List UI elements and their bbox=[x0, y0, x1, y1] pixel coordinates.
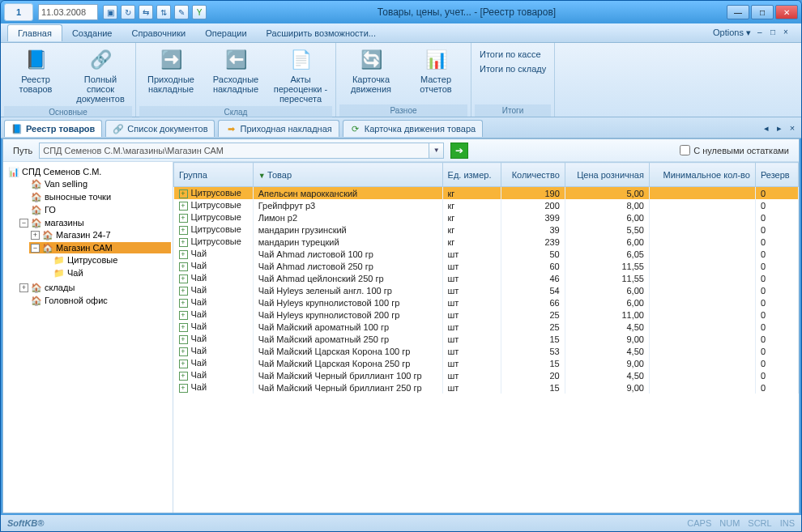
tab-incoming[interactable]: ➡ Приходная накладная bbox=[218, 120, 339, 137]
expand-row-icon[interactable]: + bbox=[179, 226, 188, 235]
expand-row-icon[interactable]: + bbox=[179, 372, 188, 381]
table-row[interactable]: +ЦитрусовыеЛимон р2кг3996,000 bbox=[174, 211, 799, 223]
table-row[interactable]: +ЧайЧай Hyleys крупнолистовой 100 гршт66… bbox=[174, 296, 799, 309]
qa-icon-3[interactable]: ⇆ bbox=[139, 5, 153, 19]
filter-icon[interactable]: Y bbox=[192, 5, 207, 19]
tab-registry[interactable]: 📘 Реестр товаров bbox=[4, 120, 102, 137]
expand-row-icon[interactable]: + bbox=[179, 214, 188, 223]
expand-row-icon[interactable]: + bbox=[179, 311, 188, 320]
col-qty[interactable]: Количество bbox=[501, 163, 565, 187]
close-button[interactable]: ✕ bbox=[775, 5, 798, 19]
tab-close-icon[interactable]: × bbox=[787, 123, 798, 134]
expand-row-icon[interactable]: + bbox=[179, 250, 188, 259]
path-dropdown-button[interactable]: ▼ bbox=[429, 143, 444, 159]
expand-row-icon[interactable]: + bbox=[179, 275, 188, 283]
col-product[interactable]: Товар bbox=[253, 163, 442, 187]
col-min[interactable]: Минимальное кол-во bbox=[649, 163, 755, 187]
tree-shop247[interactable]: +🏠Магазин 24-7 bbox=[29, 229, 171, 240]
col-price[interactable]: Цена розничная bbox=[565, 163, 649, 187]
maximize-button[interactable]: □ bbox=[751, 5, 774, 19]
menu-create[interactable]: Создание bbox=[62, 25, 122, 41]
incoming-icon: ➡️ bbox=[158, 47, 184, 73]
ribbon-incoming-button[interactable]: ➡️ Приходные накладные bbox=[139, 45, 203, 96]
zero-checkbox-input[interactable] bbox=[680, 145, 690, 155]
expand-row-icon[interactable]: + bbox=[179, 335, 188, 344]
expand-row-icon[interactable]: + bbox=[179, 384, 188, 393]
table-row[interactable]: +ЧайЧай Майский Царская Корона 100 гршт5… bbox=[174, 345, 799, 357]
minimize-button[interactable]: — bbox=[727, 5, 749, 19]
tree-van[interactable]: 🏠Van selling bbox=[18, 178, 171, 189]
path-input[interactable] bbox=[39, 143, 429, 159]
table-row[interactable]: +ЧайЧай Ahmad листовой 250 гршт6011,550 bbox=[174, 260, 799, 272]
tree-outpts[interactable]: 🏠выносные точки bbox=[18, 191, 171, 202]
collapse-icon[interactable]: − bbox=[19, 219, 28, 228]
table-row[interactable]: +ЧайЧай Майский Черный бриллиант 250 грш… bbox=[174, 381, 799, 394]
table-row[interactable]: +ЧайЧай Ahmad листовой 100 гршт506,050 bbox=[174, 248, 799, 260]
ribbon-totals-cash-link[interactable]: Итоги по кассе bbox=[480, 49, 546, 59]
menu-ext[interactable]: Расширить возможности... bbox=[257, 25, 386, 41]
tree-tea[interactable]: 📁Чай bbox=[41, 267, 171, 279]
col-group[interactable]: Группа bbox=[174, 163, 254, 187]
ribbon-totals-stock-link[interactable]: Итоги по складу bbox=[480, 64, 546, 74]
expand-row-icon[interactable]: + bbox=[179, 323, 188, 332]
table-row[interactable]: +ЧайЧай Майский ароматный 250 гршт159,00… bbox=[174, 333, 799, 345]
expand-icon[interactable]: + bbox=[19, 283, 28, 292]
mdi-close-icon[interactable]: × bbox=[783, 28, 795, 39]
mdi-minimize-icon[interactable]: – bbox=[757, 28, 769, 39]
menu-refs[interactable]: Справочники bbox=[122, 25, 196, 41]
zero-balance-checkbox[interactable]: С нулевыми остатками bbox=[680, 145, 789, 155]
app-logo-icon[interactable]: 1 bbox=[4, 3, 33, 21]
table-row[interactable]: +ЧайЧай Hyleys крупнолистовой 200 гршт25… bbox=[174, 309, 799, 321]
menu-ops[interactable]: Операции bbox=[195, 25, 256, 41]
house-icon: 🏠 bbox=[31, 204, 42, 215]
table-row[interactable]: +Цитрусовыемандарин грузинскийкг395,500 bbox=[174, 223, 799, 236]
tree-headoffice[interactable]: 🏠Головной офис bbox=[18, 295, 171, 306]
tree-citrus[interactable]: 📁Цитрусовые bbox=[41, 254, 171, 266]
qa-icon-1[interactable]: ▣ bbox=[103, 5, 117, 19]
expand-row-icon[interactable]: + bbox=[179, 347, 188, 356]
tree-shops[interactable]: −🏠магазины bbox=[18, 217, 171, 228]
table-row[interactable]: +ЧайЧай Майский ароматный 100 гршт254,50… bbox=[174, 321, 799, 333]
table-row[interactable]: +ЧайЧай Ahmad цейлонский 250 гршт4611,55… bbox=[174, 272, 799, 284]
table-row[interactable]: +ЧайЧай Майский Царская Корона 250 гршт1… bbox=[174, 357, 799, 369]
ribbon-registry-button[interactable]: 📘 Реестр товаров bbox=[4, 45, 67, 96]
qa-icon-4[interactable]: ⇅ bbox=[156, 5, 171, 19]
expand-row-icon[interactable]: + bbox=[179, 299, 188, 308]
qa-icon-2[interactable]: ↻ bbox=[121, 5, 135, 19]
ribbon-doclist-button[interactable]: 🔗 Полный список документов bbox=[69, 45, 132, 106]
qa-icon-5[interactable]: ✎ bbox=[174, 5, 189, 19]
expand-row-icon[interactable]: + bbox=[179, 360, 188, 368]
table-row[interactable]: +ЧайЧай Hyleys зеленый англ. 100 гршт546… bbox=[174, 284, 799, 296]
expand-icon[interactable]: + bbox=[31, 231, 40, 240]
ribbon-acts-button[interactable]: 📄 Акты переоценки - пересчета bbox=[269, 45, 332, 106]
tree-root[interactable]: 📊 СПД Семенов С.М. bbox=[6, 166, 171, 177]
tree-go[interactable]: 🏠ГО bbox=[18, 204, 171, 215]
tab-prev-icon[interactable]: ◂ bbox=[761, 123, 772, 134]
tab-movecard[interactable]: ⟳ Карточка движения товара bbox=[343, 120, 483, 137]
ribbon-movecard-button[interactable]: 🔄 Карточка движения bbox=[339, 45, 403, 96]
mdi-restore-icon[interactable]: □ bbox=[770, 28, 782, 39]
expand-row-icon[interactable]: + bbox=[179, 238, 188, 247]
date-input[interactable] bbox=[38, 4, 98, 20]
menu-main[interactable]: Главная bbox=[7, 24, 62, 41]
collapse-icon[interactable]: − bbox=[31, 244, 40, 253]
ribbon-outgoing-button[interactable]: ⬅️ Расходные накладные bbox=[204, 45, 267, 96]
expand-row-icon[interactable]: + bbox=[179, 262, 188, 271]
table-row[interactable]: +ЦитрусовыеАпельсин марокканскийкг1905,0… bbox=[174, 187, 799, 200]
tree-warehouses[interactable]: +🏠склады bbox=[18, 282, 171, 293]
tree-shopSAM[interactable]: −🏠Магазин САМ bbox=[29, 242, 171, 253]
expand-row-icon[interactable]: + bbox=[179, 287, 188, 296]
menu-options[interactable]: Options ▾ bbox=[708, 28, 756, 38]
go-button[interactable]: ➔ bbox=[450, 143, 468, 159]
expand-row-icon[interactable]: + bbox=[179, 189, 188, 198]
table-row[interactable]: +ЦитрусовыеГрейпфрут р3кг2008,000 bbox=[174, 199, 799, 211]
table-row[interactable]: +ЧайЧай Майский Черный бриллиант 100 грш… bbox=[174, 369, 799, 381]
expand-row-icon[interactable]: + bbox=[179, 202, 188, 211]
col-reserve[interactable]: Резерв bbox=[755, 163, 798, 187]
col-unit[interactable]: Ед. измер. bbox=[442, 163, 501, 187]
tab-next-icon[interactable]: ▸ bbox=[774, 123, 785, 134]
ribbon-repwiz-button[interactable]: 📊 Мастер отчетов bbox=[404, 45, 467, 96]
table-row[interactable]: +Цитрусовыемандарин турецкийкг2396,000 bbox=[174, 236, 799, 248]
tab-doclist[interactable]: 🔗 Список документов bbox=[105, 120, 215, 137]
status-caps: CAPS bbox=[687, 518, 711, 528]
